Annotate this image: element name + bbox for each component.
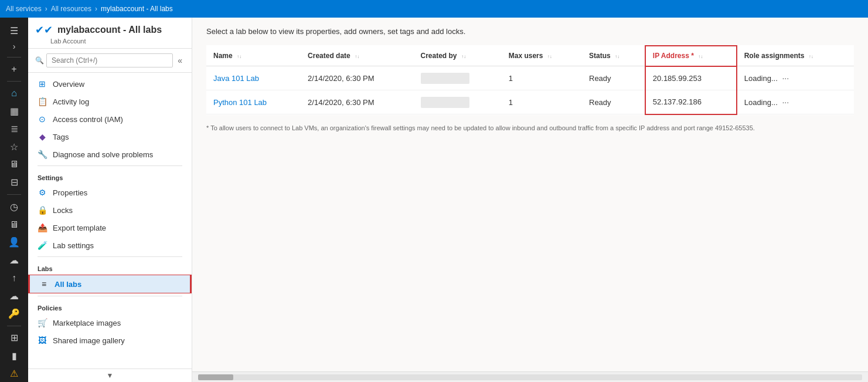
cell-status-python: Ready bbox=[582, 90, 645, 114]
sidebar-item-access-control[interactable]: ⊙ Access control (IAM) bbox=[28, 110, 192, 128]
policies-section-title: Policies bbox=[28, 299, 192, 314]
rail-item-hamburger[interactable]: ☰ bbox=[2, 22, 26, 39]
col-header-max-users[interactable]: Max users ↑↓ bbox=[502, 46, 582, 66]
sidebar-item-label-properties: Properties bbox=[53, 188, 87, 197]
horizontal-scrollbar-track[interactable] bbox=[198, 374, 862, 380]
col-created-date-label: Created date bbox=[308, 52, 350, 60]
rail-divider-4 bbox=[7, 326, 21, 326]
sidebar-item-diagnose[interactable]: 🔧 Diagnose and solve problems bbox=[28, 146, 192, 163]
row-ellipsis-java[interactable]: ··· bbox=[780, 72, 791, 84]
rail-item-home[interactable]: ⌂ bbox=[2, 85, 26, 102]
sidebar-item-label-export-template: Export template bbox=[53, 224, 106, 232]
breadcrumb-all-services[interactable]: All services bbox=[6, 5, 42, 13]
sidebar-item-label-diagnose: Diagnose and solve problems bbox=[53, 150, 153, 159]
sidebar-search-bar: 🔍 « bbox=[28, 49, 192, 73]
cell-name-python: Python 101 Lab bbox=[206, 90, 301, 114]
sidebar-item-overview[interactable]: ⊞ Overview bbox=[28, 75, 192, 93]
table-body: Java 101 Lab 2/14/2020, 6:30 PM 1 Ready … bbox=[206, 66, 854, 114]
col-role-label: Role assignments bbox=[744, 52, 805, 60]
table-row: Python 101 Lab 2/14/2020, 6:30 PM 1 Read… bbox=[206, 90, 854, 114]
cell-role-java: Loading... ··· bbox=[737, 66, 854, 90]
settings-divider bbox=[38, 165, 182, 166]
rail-item-table[interactable]: ⊞ bbox=[2, 330, 26, 346]
icon-rail: ☰ › + ⌂ ▦ ≣ ☆ 🖥 ⊟ ◷ 🖥 👤 ☁ ↑ ☁ 🔑 ⊞ ▮ ⚠ bbox=[0, 18, 28, 382]
ip-sort-icons: ↑↓ bbox=[698, 55, 703, 59]
sidebar-item-label-overview: Overview bbox=[53, 80, 84, 89]
rail-item-user[interactable]: 👤 bbox=[2, 234, 26, 251]
col-status-label: Status bbox=[589, 52, 611, 60]
sidebar-header: ✔✔ mylabaccount - All labs Lab Account bbox=[28, 18, 192, 49]
role-loading-java: Loading... bbox=[744, 74, 778, 83]
col-header-status[interactable]: Status ↑↓ bbox=[582, 46, 645, 66]
sidebar-item-label-lab-settings: Lab settings bbox=[53, 241, 94, 250]
status-sort-icons: ↑↓ bbox=[615, 55, 619, 59]
col-header-ip-address[interactable]: IP Address * ↑↓ bbox=[645, 46, 737, 66]
col-ip-label: IP Address * bbox=[653, 52, 694, 60]
sidebar-collapse-button[interactable]: « bbox=[175, 55, 185, 66]
rail-divider-2 bbox=[7, 81, 21, 82]
all-labs-icon: ≡ bbox=[39, 279, 49, 289]
diagnose-icon: 🔧 bbox=[38, 150, 47, 159]
table-header: Name ↑↓ Created date ↑↓ Created by ↑↓ bbox=[206, 46, 854, 66]
sidebar-item-activity-log[interactable]: 📋 Activity log bbox=[28, 93, 192, 110]
rail-divider-1 bbox=[7, 57, 21, 58]
col-header-created-date[interactable]: Created date ↑↓ bbox=[301, 46, 413, 66]
rail-item-plus[interactable]: + bbox=[2, 60, 26, 77]
rail-item-upload[interactable]: ↑ bbox=[2, 270, 26, 286]
sidebar-item-label-locks: Locks bbox=[53, 206, 73, 215]
col-header-name[interactable]: Name ↑↓ bbox=[206, 46, 301, 66]
sidebar-item-marketplace-images[interactable]: 🛒 Marketplace images bbox=[28, 314, 192, 332]
table-row: Java 101 Lab 2/14/2020, 6:30 PM 1 Ready … bbox=[206, 66, 854, 90]
breadcrumb-all-resources[interactable]: All resources bbox=[51, 5, 91, 13]
col-header-created-by[interactable]: Created by ↑↓ bbox=[414, 46, 502, 66]
content-inner: Select a lab below to view its propertie… bbox=[192, 18, 868, 371]
sidebar-item-shared-image-gallery[interactable]: 🖼 Shared image gallery bbox=[28, 332, 192, 349]
col-header-role-assignments[interactable]: Role assignments ↑↓ bbox=[737, 46, 854, 66]
cell-created-date-java: 2/14/2020, 6:30 PM bbox=[301, 66, 413, 90]
sidebar-item-lab-settings[interactable]: 🧪 Lab settings bbox=[28, 236, 192, 254]
rail-item-resources[interactable]: ≣ bbox=[2, 120, 26, 137]
search-input[interactable] bbox=[46, 53, 173, 67]
cell-created-date-python: 2/14/2020, 6:30 PM bbox=[301, 90, 413, 114]
top-bar: All services › All resources › mylabacco… bbox=[0, 0, 868, 18]
rail-item-cloud[interactable]: ☁ bbox=[2, 252, 26, 268]
bottom-scroll-bar[interactable] bbox=[192, 371, 868, 382]
app-container: All services › All resources › mylabacco… bbox=[0, 0, 868, 382]
rail-item-key[interactable]: 🔑 bbox=[2, 305, 26, 322]
rail-item-list[interactable]: ⊟ bbox=[2, 174, 26, 191]
rail-item-screen[interactable]: 🖥 bbox=[2, 216, 26, 232]
row-ellipsis-python[interactable]: ··· bbox=[780, 96, 791, 108]
rail-item-alert[interactable]: ⚠ bbox=[2, 365, 26, 381]
rail-item-monitor[interactable]: 🖥 bbox=[2, 156, 26, 173]
rail-item-cloud2[interactable]: ☁ bbox=[2, 288, 26, 304]
access-control-icon: ⊙ bbox=[38, 114, 47, 124]
cell-status-java: Ready bbox=[582, 66, 645, 90]
scroll-down-icon: ▼ bbox=[107, 371, 114, 380]
breadcrumb: All services › All resources › mylabacco… bbox=[6, 5, 173, 13]
sidebar-scroll-down[interactable]: ▼ bbox=[28, 369, 192, 382]
rail-item-terminal[interactable]: ▮ bbox=[2, 347, 26, 364]
col-name-label: Name bbox=[213, 52, 233, 60]
labs-section-title: Labs bbox=[28, 259, 192, 275]
rail-expand[interactable]: › bbox=[2, 40, 26, 53]
sidebar-item-tags[interactable]: ◆ Tags bbox=[28, 128, 192, 146]
overview-icon: ⊞ bbox=[38, 79, 47, 89]
sidebar-item-export-template[interactable]: 📤 Export template bbox=[28, 219, 192, 236]
rail-item-dashboard[interactable]: ▦ bbox=[2, 103, 26, 119]
lab-link-java[interactable]: Java 101 Lab bbox=[213, 74, 259, 83]
sidebar-item-locks[interactable]: 🔒 Locks bbox=[28, 201, 192, 219]
sidebar-title-icon: ✔✔ bbox=[35, 23, 53, 36]
rail-item-favorites[interactable]: ☆ bbox=[2, 138, 26, 155]
col-max-users-label: Max users bbox=[509, 52, 543, 60]
sidebar-item-all-labs[interactable]: ≡ All labs bbox=[28, 275, 192, 293]
main-layout: ☰ › + ⌂ ▦ ≣ ☆ 🖥 ⊟ ◷ 🖥 👤 ☁ ↑ ☁ 🔑 ⊞ ▮ ⚠ bbox=[0, 18, 868, 382]
lab-link-python[interactable]: Python 101 Lab bbox=[213, 98, 267, 107]
horizontal-scrollbar-thumb[interactable] bbox=[198, 374, 233, 380]
export-icon: 📤 bbox=[38, 223, 47, 232]
main-content: Select a lab below to view its propertie… bbox=[192, 18, 868, 382]
sidebar-item-properties[interactable]: ⚙ Properties bbox=[28, 184, 192, 201]
cell-max-users-python: 1 bbox=[502, 90, 582, 114]
rail-item-clock[interactable]: ◷ bbox=[2, 198, 26, 215]
lab-settings-icon: 🧪 bbox=[38, 241, 47, 250]
shared-gallery-icon: 🖼 bbox=[38, 336, 47, 345]
